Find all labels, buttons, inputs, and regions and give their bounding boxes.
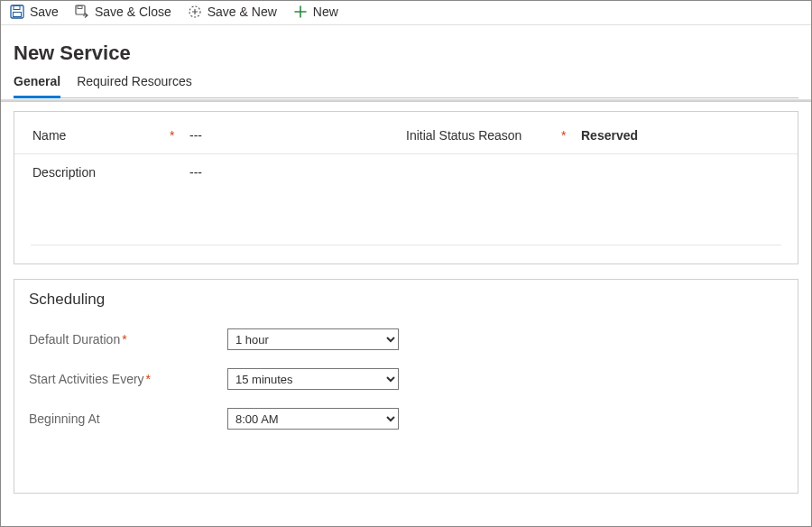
save-new-icon bbox=[188, 5, 202, 19]
svg-rect-3 bbox=[76, 5, 85, 14]
status-field[interactable]: Reserved bbox=[581, 126, 638, 144]
new-label: New bbox=[313, 5, 338, 19]
scheduling-section: Scheduling Default Duration* 1 hour Star… bbox=[14, 279, 798, 494]
save-new-button[interactable]: Save & New bbox=[188, 5, 277, 19]
new-button[interactable]: New bbox=[293, 5, 338, 19]
start-activities-every-select[interactable]: 15 minutes bbox=[227, 368, 399, 390]
details-section: Name * --- Initial Status Reason * Reser… bbox=[14, 111, 798, 264]
tab-general[interactable]: General bbox=[14, 74, 60, 98]
required-indicator: * bbox=[170, 128, 179, 143]
form-body: Name * --- Initial Status Reason * Reser… bbox=[1, 102, 811, 526]
plus-icon bbox=[293, 5, 308, 19]
status-label: Initial Status Reason bbox=[406, 128, 550, 143]
save-close-button[interactable]: Save & Close bbox=[75, 5, 171, 19]
beginning-at-label: Beginning At bbox=[29, 411, 227, 426]
save-button[interactable]: Save bbox=[10, 5, 59, 19]
details-divider bbox=[31, 245, 781, 245]
beginning-at-select[interactable]: 8:00 AM bbox=[227, 408, 399, 430]
default-duration-select[interactable]: 1 hour bbox=[227, 328, 399, 350]
required-indicator: * bbox=[561, 128, 570, 143]
start-activities-every-label: Start Activities Every* bbox=[29, 372, 227, 386]
save-icon bbox=[10, 5, 24, 19]
page-title: New Service bbox=[14, 42, 798, 65]
svg-rect-2 bbox=[14, 13, 22, 17]
svg-rect-4 bbox=[78, 6, 82, 9]
save-label: Save bbox=[30, 5, 59, 19]
save-new-label: Save & New bbox=[208, 5, 277, 19]
scheduling-title: Scheduling bbox=[14, 280, 798, 314]
app-window: Save Save & Close Save & New bbox=[0, 0, 812, 527]
save-close-label: Save & Close bbox=[95, 5, 171, 19]
form-header: New Service General Required Resources bbox=[1, 25, 811, 98]
tab-required-resources[interactable]: Required Resources bbox=[77, 74, 192, 97]
svg-rect-1 bbox=[14, 6, 20, 10]
name-label: Name bbox=[32, 128, 159, 143]
description-field[interactable]: --- bbox=[189, 163, 202, 181]
command-bar: Save Save & Close Save & New bbox=[1, 1, 811, 25]
save-close-icon bbox=[75, 5, 89, 19]
default-duration-label: Default Duration* bbox=[29, 332, 227, 347]
description-label: Description bbox=[32, 165, 159, 180]
name-field[interactable]: --- bbox=[189, 126, 202, 144]
tab-strip: General Required Resources bbox=[14, 74, 798, 98]
